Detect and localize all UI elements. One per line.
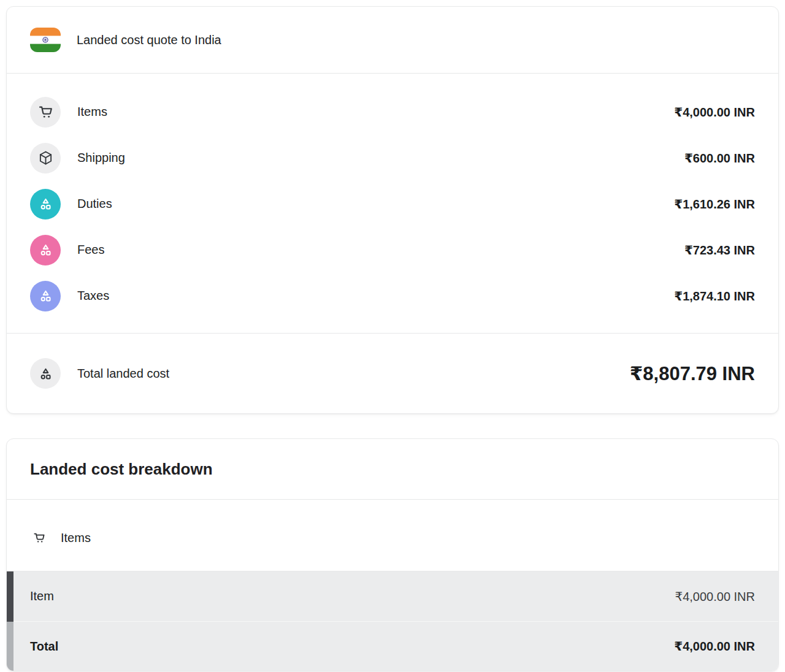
breakdown-row-total: Total ₹4,000.00 INR <box>7 621 778 671</box>
cost-row-value: ₹1,874.10 INR <box>674 289 755 304</box>
breakdown-scrollbar <box>7 571 13 671</box>
cost-row-value: ₹1,610.26 INR <box>674 197 755 212</box>
shapes-icon <box>30 189 61 220</box>
breakdown-row-label: Total <box>30 640 58 654</box>
cost-row-value: ₹600.00 INR <box>684 151 755 166</box>
scrollbar-track <box>7 622 13 671</box>
cost-row-items: Items ₹4,000.00 INR <box>30 89 755 135</box>
cart-icon <box>30 97 61 128</box>
total-landed-cost-label: Total landed cost <box>77 367 169 381</box>
cost-row-label: Taxes <box>77 289 109 303</box>
cost-row-value: ₹723.43 INR <box>684 243 755 258</box>
cost-row-label: Items <box>77 105 107 119</box>
package-icon <box>30 143 61 174</box>
breakdown-row-value: ₹4,000.00 INR <box>674 639 755 654</box>
cost-row-fees: Fees ₹723.43 INR <box>30 227 755 273</box>
cost-row-label: Shipping <box>77 151 125 165</box>
breakdown-section-items: Items <box>7 500 778 571</box>
india-flag-icon <box>30 28 61 52</box>
shapes-icon <box>30 281 61 311</box>
landed-cost-quote-card: Landed cost quote to India Items ₹4,000.… <box>6 6 779 414</box>
total-landed-cost-value: ₹8,807.79 INR <box>630 362 755 385</box>
quote-card-title: Landed cost quote to India <box>77 33 221 47</box>
breakdown-row-value: ₹4,000.00 INR <box>675 589 755 604</box>
cost-row-value: ₹4,000.00 INR <box>674 105 755 120</box>
breakdown-row-label: Item <box>30 589 54 603</box>
shapes-icon <box>30 235 61 265</box>
landed-cost-page: Landed cost quote to India Items ₹4,000.… <box>0 6 785 671</box>
shapes-icon <box>30 358 61 389</box>
breakdown-table: Item ₹4,000.00 INR Total ₹4,000.00 INR <box>7 571 778 671</box>
breakdown-card-title: Landed cost breakdown <box>7 439 778 500</box>
cost-row-label: Fees <box>77 243 104 257</box>
landed-cost-breakdown-card: Landed cost breakdown Items Item ₹4,000.… <box>6 438 779 671</box>
cost-row-taxes: Taxes ₹1,874.10 INR <box>30 273 755 319</box>
cart-icon <box>33 531 46 544</box>
total-landed-cost-row: Total landed cost ₹8,807.79 INR <box>7 333 778 413</box>
quote-card-header: Landed cost quote to India <box>7 7 778 74</box>
breakdown-section-label: Items <box>61 530 91 545</box>
scrollbar-thumb[interactable] <box>7 571 13 622</box>
breakdown-row-item: Item ₹4,000.00 INR <box>7 571 778 621</box>
cost-row-label: Duties <box>77 197 112 211</box>
cost-row-shipping: Shipping ₹600.00 INR <box>30 135 755 181</box>
cost-row-duties: Duties ₹1,610.26 INR <box>30 181 755 227</box>
cost-rows-list: Items ₹4,000.00 INR Shipping ₹600.00 INR… <box>7 74 778 333</box>
